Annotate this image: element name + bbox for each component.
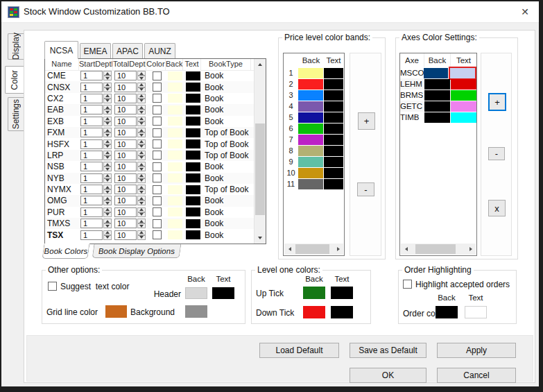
spinner-up-button[interactable] bbox=[103, 117, 112, 121]
scrollbar-up-button[interactable] bbox=[255, 59, 266, 70]
suggest-text-color-checkbox[interactable] bbox=[48, 282, 57, 291]
side-tab-display[interactable]: Display bbox=[8, 33, 24, 60]
spinner-up-button[interactable] bbox=[137, 71, 146, 76]
total-depth-spinner[interactable]: 10 bbox=[114, 196, 146, 205]
spinner-up-button[interactable] bbox=[137, 94, 146, 99]
spinner-down-button[interactable] bbox=[137, 178, 146, 183]
total-depth-spinner[interactable]: 10 bbox=[114, 94, 146, 103]
region-tab-emea[interactable]: EMEA bbox=[80, 43, 111, 58]
color-checkbox[interactable] bbox=[153, 83, 162, 92]
band-text-swatch[interactable] bbox=[324, 123, 343, 134]
spinner-up-button[interactable] bbox=[137, 173, 146, 178]
color-checkbox[interactable] bbox=[153, 105, 162, 114]
remove-band-button[interactable]: - bbox=[357, 182, 374, 196]
text-color-swatch[interactable] bbox=[186, 219, 200, 228]
total-depth-spinner[interactable]: 10 bbox=[114, 117, 146, 126]
total-depth-spinner[interactable]: 10 bbox=[114, 71, 146, 80]
back-color-swatch[interactable] bbox=[168, 139, 182, 148]
back-color-swatch[interactable] bbox=[168, 196, 182, 205]
spinner-down-button[interactable] bbox=[137, 99, 146, 103]
spinner-value[interactable]: 1 bbox=[80, 185, 103, 194]
axis-text-swatch[interactable] bbox=[451, 90, 476, 101]
start-depth-spinner[interactable]: 1 bbox=[80, 230, 112, 240]
band-back-swatch[interactable] bbox=[298, 123, 323, 134]
spinner-down-button[interactable] bbox=[137, 235, 146, 240]
axis-text-swatch[interactable] bbox=[451, 101, 476, 112]
spinner-down-button[interactable] bbox=[103, 189, 112, 194]
spinner-value[interactable]: 1 bbox=[80, 173, 103, 183]
band-back-swatch[interactable] bbox=[298, 146, 323, 156]
band-text-swatch[interactable] bbox=[324, 146, 343, 156]
band-back-swatch[interactable] bbox=[298, 90, 323, 101]
spinner-value[interactable]: 1 bbox=[80, 230, 103, 240]
order-back-swatch[interactable] bbox=[436, 306, 458, 318]
price-band-row[interactable]: 4 bbox=[284, 101, 344, 112]
spinner-value[interactable]: 1 bbox=[80, 94, 103, 103]
spinner-value[interactable]: 1 bbox=[80, 196, 103, 205]
spinner-up-button[interactable] bbox=[103, 71, 112, 76]
total-depth-spinner[interactable]: 10 bbox=[114, 83, 146, 92]
background-color-swatch[interactable] bbox=[185, 305, 207, 318]
save-as-default-button[interactable]: Save as Default bbox=[350, 343, 426, 358]
band-back-swatch[interactable] bbox=[298, 112, 323, 123]
start-depth-spinner[interactable]: 1 bbox=[80, 207, 112, 217]
band-back-swatch[interactable] bbox=[298, 101, 323, 112]
start-depth-spinner[interactable]: 1 bbox=[80, 185, 112, 194]
total-depth-spinner[interactable]: 10 bbox=[114, 219, 146, 228]
spinner-down-button[interactable] bbox=[103, 167, 112, 171]
back-color-swatch[interactable] bbox=[168, 219, 182, 228]
scrollbar-left-button[interactable] bbox=[401, 244, 411, 255]
total-depth-spinner[interactable]: 10 bbox=[114, 162, 146, 171]
spinner-value[interactable]: 1 bbox=[80, 117, 103, 126]
axis-row[interactable]: LEHM bbox=[400, 78, 476, 90]
spinner-up-button[interactable] bbox=[103, 219, 112, 223]
vertical-scrollbar[interactable] bbox=[254, 59, 266, 244]
text-color-swatch[interactable] bbox=[186, 117, 200, 126]
total-depth-spinner[interactable]: 10 bbox=[114, 185, 146, 194]
add-band-button[interactable]: + bbox=[358, 112, 375, 130]
spinner-value[interactable]: 10 bbox=[114, 105, 137, 114]
text-color-swatch[interactable] bbox=[186, 83, 200, 92]
spinner-up-button[interactable] bbox=[103, 230, 112, 235]
text-color-swatch[interactable] bbox=[186, 207, 200, 216]
text-color-swatch[interactable] bbox=[186, 139, 200, 148]
text-color-swatch[interactable] bbox=[186, 173, 200, 182]
band-back-swatch[interactable] bbox=[298, 179, 323, 189]
text-color-swatch[interactable] bbox=[186, 94, 200, 103]
back-color-swatch[interactable] bbox=[168, 128, 182, 137]
band-text-swatch[interactable] bbox=[324, 168, 343, 178]
price-band-row[interactable]: 10 bbox=[284, 167, 344, 178]
scrollbar-thumb[interactable] bbox=[255, 123, 265, 215]
band-back-swatch[interactable] bbox=[298, 135, 323, 145]
color-checkbox[interactable] bbox=[153, 185, 162, 194]
axis-back-swatch[interactable] bbox=[424, 90, 450, 101]
spinner-down-button[interactable] bbox=[103, 87, 112, 92]
total-depth-spinner[interactable]: 10 bbox=[114, 230, 146, 240]
start-depth-spinner[interactable]: 1 bbox=[80, 117, 112, 126]
band-back-swatch[interactable] bbox=[298, 157, 323, 167]
axis-back-swatch[interactable] bbox=[424, 101, 450, 112]
color-checkbox[interactable] bbox=[153, 173, 162, 182]
scrollbar-thumb[interactable] bbox=[415, 244, 456, 254]
spinner-down-button[interactable] bbox=[137, 167, 146, 171]
start-depth-spinner[interactable]: 1 bbox=[80, 162, 112, 171]
spinner-down-button[interactable] bbox=[103, 110, 112, 114]
spinner-value[interactable]: 10 bbox=[114, 71, 137, 80]
start-depth-spinner[interactable]: 1 bbox=[80, 94, 112, 103]
band-back-swatch[interactable] bbox=[298, 68, 323, 78]
start-depth-spinner[interactable]: 1 bbox=[80, 71, 112, 80]
text-color-swatch[interactable] bbox=[186, 105, 200, 114]
spinner-up-button[interactable] bbox=[103, 83, 112, 87]
spinner-down-button[interactable] bbox=[103, 121, 112, 126]
start-depth-spinner[interactable]: 1 bbox=[80, 219, 112, 228]
spinner-down-button[interactable] bbox=[137, 144, 146, 149]
spinner-up-button[interactable] bbox=[137, 105, 146, 110]
back-color-swatch[interactable] bbox=[168, 151, 182, 160]
spinner-up-button[interactable] bbox=[103, 105, 112, 110]
spinner-up-button[interactable] bbox=[103, 173, 112, 178]
back-color-swatch[interactable] bbox=[168, 117, 182, 126]
spinner-down-button[interactable] bbox=[137, 133, 146, 137]
side-tab-settings[interactable]: Settings bbox=[8, 97, 24, 131]
total-depth-spinner[interactable]: 10 bbox=[114, 105, 146, 114]
spinner-up-button[interactable] bbox=[137, 128, 146, 133]
